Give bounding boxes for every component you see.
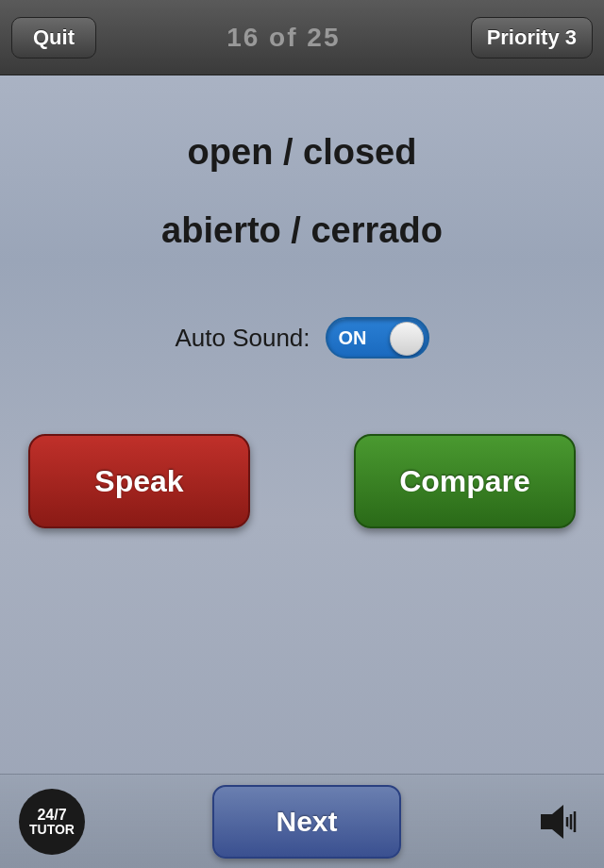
volume-icon[interactable] <box>528 793 585 850</box>
progress-indicator: 16 of 25 <box>226 23 340 53</box>
compare-button[interactable]: Compare <box>354 434 576 528</box>
tutor-badge-bottom-label: TUTOR <box>29 823 75 836</box>
auto-sound-label: Auto Sound: <box>175 324 310 353</box>
toggle-knob <box>390 322 424 356</box>
toggle-on-label: ON <box>339 327 367 349</box>
next-button[interactable]: Next <box>212 785 401 859</box>
svg-marker-0 <box>541 805 563 839</box>
english-word: open / closed <box>188 132 417 173</box>
speak-button[interactable]: Speak <box>28 434 250 528</box>
tutor-badge[interactable]: 24/7 TUTOR <box>19 789 85 855</box>
auto-sound-toggle[interactable]: ON <box>326 317 429 359</box>
quit-button[interactable]: Quit <box>11 17 96 58</box>
priority-button[interactable]: Priority 3 <box>471 17 593 58</box>
spanish-word: abierto / cerrado <box>161 210 443 251</box>
footer: 24/7 TUTOR Next <box>0 774 604 868</box>
action-buttons: Speak Compare <box>28 434 576 528</box>
tutor-badge-top-label: 24/7 <box>37 808 66 823</box>
main-content: open / closed abierto / cerrado Auto Sou… <box>0 75 604 528</box>
toggle-track: ON <box>326 317 429 359</box>
auto-sound-row: Auto Sound: ON <box>175 317 428 359</box>
header: Quit 16 of 25 Priority 3 <box>0 0 604 75</box>
